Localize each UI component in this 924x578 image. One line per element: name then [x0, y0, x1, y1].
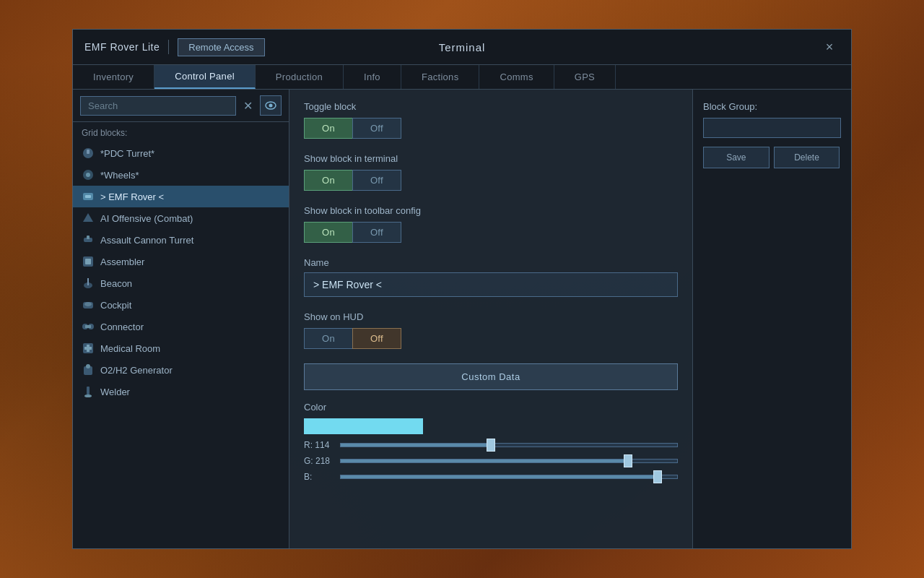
show-hud-label: Show on HUD [304, 311, 678, 322]
svg-rect-10 [87, 236, 90, 239]
modal-header: EMF Rover Lite Remote Access Terminal × [73, 30, 851, 65]
g-slider-row: G: 218 [304, 456, 678, 466]
g-slider[interactable] [340, 459, 678, 463]
device-name: EMF Rover Lite [84, 41, 160, 53]
list-item[interactable]: *PDC Turret* [73, 142, 289, 164]
welder-icon [82, 385, 95, 398]
show-terminal-on-button[interactable]: On [304, 170, 352, 191]
show-hud-on-button[interactable]: On [304, 328, 352, 349]
tab-production[interactable]: Production [256, 65, 344, 89]
right-panel: Block Group: Save Delete [692, 90, 851, 548]
search-bar: ✕ [73, 90, 289, 122]
show-toolbar-on-button[interactable]: On [304, 222, 352, 243]
show-hud-off-button[interactable]: Off [352, 328, 401, 349]
search-input[interactable] [80, 96, 236, 116]
svg-rect-3 [87, 150, 90, 154]
terminal-modal: EMF Rover Lite Remote Access Terminal × … [72, 29, 852, 549]
remote-access-button[interactable]: Remote Access [178, 38, 264, 56]
list-item[interactable]: AI Offensive (Combat) [73, 207, 289, 229]
show-terminal-off-button[interactable]: Off [352, 170, 401, 191]
r-label: R: 114 [304, 440, 333, 450]
cockpit-icon [82, 298, 95, 311]
list-item[interactable]: Cockpit [73, 294, 289, 316]
tab-bar: Inventory Control Panel Production Info … [73, 65, 851, 90]
show-terminal-label: Show block in terminal [304, 153, 678, 164]
color-section: Color R: 114 G: 218 [304, 402, 678, 482]
svg-rect-12 [85, 259, 91, 264]
b-slider[interactable] [340, 475, 678, 479]
action-buttons-row: Save Delete [703, 147, 841, 168]
tab-factions[interactable]: Factions [401, 65, 480, 89]
svg-rect-7 [85, 195, 91, 198]
list-item[interactable]: Medical Room [73, 337, 289, 359]
tab-gps[interactable]: GPS [554, 65, 616, 89]
center-panel: Toggle block On Off Show block in termin… [289, 90, 692, 548]
b-slider-thumb[interactable] [653, 470, 662, 483]
emf-rover-icon [82, 190, 95, 203]
custom-data-button[interactable]: Custom Data [304, 363, 678, 390]
svg-marker-8 [83, 213, 93, 222]
name-input[interactable] [304, 272, 678, 297]
content-area: ✕ Grid blocks: *PDC Turret* *Wheels* [73, 90, 851, 548]
name-section: Name [304, 257, 678, 297]
show-toolbar-buttons: On Off [304, 222, 678, 243]
list-item[interactable]: Connector [73, 316, 289, 337]
save-button[interactable]: Save [703, 147, 770, 168]
block-list: *PDC Turret* *Wheels* > EMF Rover < AI O… [73, 141, 289, 548]
list-item[interactable]: O2/H2 Generator [73, 359, 289, 381]
tab-comms[interactable]: Comms [479, 65, 554, 89]
list-item[interactable]: Beacon [73, 272, 289, 294]
r-slider[interactable] [340, 443, 678, 447]
list-item[interactable]: Assembler [73, 251, 289, 272]
svg-point-1 [269, 104, 273, 108]
assembler-icon [82, 255, 95, 268]
tab-info[interactable]: Info [344, 65, 401, 89]
name-label: Name [304, 257, 678, 268]
b-label: B: [304, 472, 333, 482]
color-label: Color [304, 402, 678, 413]
connector-icon [82, 320, 95, 333]
list-item[interactable]: *Wheels* [73, 164, 289, 186]
svg-point-16 [84, 302, 92, 306]
show-terminal-section: Show block in terminal On Off [304, 153, 678, 191]
g-label: G: 218 [304, 456, 333, 466]
svg-point-5 [86, 173, 90, 177]
tab-control-panel[interactable]: Control Panel [154, 65, 256, 89]
ai-offensive-icon [82, 212, 95, 225]
color-preview [304, 418, 423, 434]
delete-button[interactable]: Delete [774, 147, 840, 168]
wheels-icon [82, 168, 95, 181]
list-item[interactable]: Assault Cannon Turret [73, 229, 289, 251]
r-slider-thumb[interactable] [487, 439, 495, 452]
toggle-block-section: Toggle block On Off [304, 101, 678, 139]
search-clear-button[interactable]: ✕ [240, 98, 256, 114]
g-slider-fill [341, 460, 628, 462]
close-button[interactable]: × [819, 37, 840, 57]
svg-point-24 [86, 364, 90, 368]
g-slider-thumb[interactable] [624, 454, 632, 467]
show-terminal-buttons: On Off [304, 170, 678, 191]
pdc-turret-icon [82, 147, 95, 160]
modal-title: Terminal [439, 41, 486, 53]
toggle-block-off-button[interactable]: Off [352, 118, 401, 139]
eye-filter-button[interactable] [260, 95, 282, 116]
svg-point-26 [84, 394, 92, 397]
toggle-block-buttons: On Off [304, 118, 678, 139]
r-slider-row: R: 114 [304, 440, 678, 450]
toggle-block-label: Toggle block [304, 101, 678, 112]
block-group-input[interactable] [703, 118, 841, 138]
tab-inventory[interactable]: Inventory [73, 65, 154, 89]
show-toolbar-section: Show block in toolbar config On Off [304, 205, 678, 243]
medical-room-icon [82, 342, 95, 355]
list-item-selected[interactable]: > EMF Rover < [73, 186, 289, 207]
r-slider-fill [341, 444, 491, 447]
svg-rect-19 [85, 325, 91, 328]
svg-rect-22 [84, 347, 92, 350]
svg-rect-25 [87, 387, 90, 395]
show-toolbar-off-button[interactable]: Off [352, 222, 401, 243]
b-slider-fill [341, 475, 658, 478]
list-item[interactable]: Welder [73, 381, 289, 402]
eye-icon [265, 101, 276, 110]
o2h2-generator-icon [82, 363, 95, 376]
toggle-block-on-button[interactable]: On [304, 118, 352, 139]
